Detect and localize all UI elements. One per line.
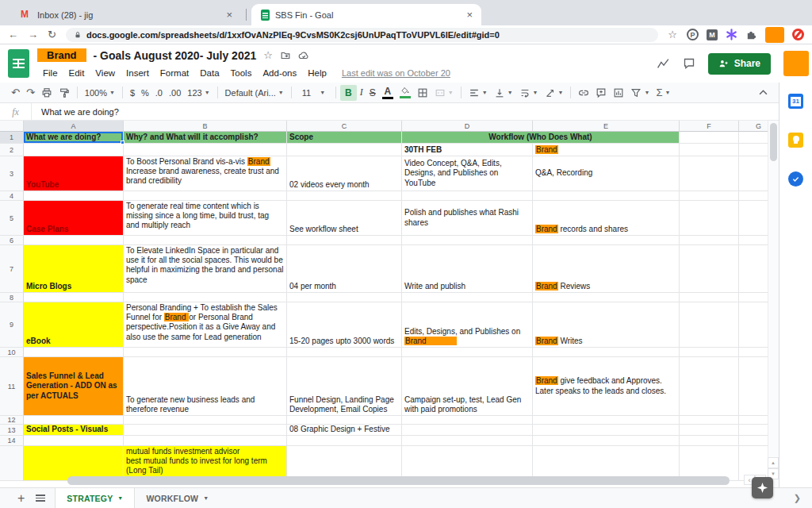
menu-format[interactable]: Format xyxy=(155,67,194,79)
row-header-1[interactable]: 1 xyxy=(0,132,24,144)
cell-A2[interactable] xyxy=(24,144,124,156)
collapse-side-panel-icon[interactable]: ❯ xyxy=(794,493,801,503)
back-icon[interactable]: ← xyxy=(8,29,18,40)
cell-B6[interactable] xyxy=(124,236,287,245)
borders-button[interactable] xyxy=(414,85,431,101)
cell-A12[interactable] xyxy=(24,416,124,425)
cell-E12[interactable] xyxy=(533,416,680,425)
font-size-select[interactable]: 11▼ xyxy=(296,85,331,101)
horizontal-scrollbar-thumb[interactable] xyxy=(67,476,730,485)
cell-C13[interactable]: 08 Graphic Design + Festive xyxy=(287,425,402,436)
strikethrough-button[interactable]: S xyxy=(366,85,379,101)
vertical-scrollbar[interactable] xyxy=(768,121,779,487)
col-header-F[interactable]: F xyxy=(680,121,739,132)
col-header-A[interactable]: A xyxy=(24,121,124,132)
formula-input[interactable]: What we are doing? xyxy=(32,107,119,117)
cell-B5[interactable]: To generate real time content which is m… xyxy=(124,201,287,236)
col-header-D[interactable]: D xyxy=(402,121,533,132)
explore-button[interactable] xyxy=(752,477,773,498)
doc-title[interactable]: - Goals August 2020- July 2021 xyxy=(94,49,257,62)
cell-A1[interactable]: What we are doing? xyxy=(24,132,124,144)
cell-D10[interactable] xyxy=(402,348,533,357)
cell-D4[interactable] xyxy=(402,191,533,201)
horizontal-align-button[interactable]: ▼ xyxy=(465,85,491,101)
text-color-button[interactable]: A xyxy=(379,85,396,101)
insert-chart-button[interactable] xyxy=(610,85,627,101)
browser-menu-icon[interactable] xyxy=(792,29,804,40)
cell-D2[interactable]: 30TH FEB xyxy=(402,144,533,156)
create-filter-button[interactable]: ▼ xyxy=(627,85,653,101)
row-header-14[interactable]: 14 xyxy=(0,436,24,446)
cell-B11[interactable]: To generate new business leads and there… xyxy=(124,357,287,416)
cell-B2[interactable] xyxy=(124,144,287,156)
cell-A13[interactable]: Social Posts - Visuals xyxy=(24,425,124,436)
paint-format-button[interactable] xyxy=(56,85,73,101)
cell-D6[interactable] xyxy=(402,236,533,245)
cell-F7[interactable] xyxy=(680,245,739,293)
cell-D1[interactable]: Workflow (Who Does What) xyxy=(402,132,680,144)
account-avatar[interactable] xyxy=(783,51,809,76)
sheet-tab-workflow[interactable]: WORKFLOW ▼ xyxy=(135,488,220,508)
purple-extension-icon[interactable] xyxy=(726,29,737,40)
more-formats-button[interactable]: 123▼ xyxy=(184,85,213,101)
close-tab-icon[interactable]: × xyxy=(224,9,235,21)
cell-F2[interactable] xyxy=(680,144,739,156)
cell-E5[interactable]: Brand records and shares xyxy=(533,201,680,236)
fill-color-button[interactable] xyxy=(396,85,414,101)
cell-B13[interactable] xyxy=(124,425,287,436)
row-header-11[interactable]: 11 xyxy=(0,357,24,416)
cell-C5[interactable]: See workflow sheet xyxy=(287,201,402,236)
undo-button[interactable]: ↶ xyxy=(8,85,23,101)
cell-E8[interactable] xyxy=(533,293,680,302)
cell-D8[interactable] xyxy=(402,293,533,302)
cell-A9[interactable]: eBook xyxy=(24,302,124,348)
merge-cells-button[interactable]: ▼ xyxy=(431,85,457,101)
cell-E7[interactable]: Brand Reviews xyxy=(533,245,680,293)
cell-B1[interactable]: Why? and What will it accomplish? xyxy=(124,132,287,144)
row-header-15[interactable] xyxy=(0,446,24,481)
cell-F14[interactable] xyxy=(680,436,739,446)
menu-help[interactable]: Help xyxy=(302,67,332,79)
cell-E14[interactable] xyxy=(533,436,680,446)
cell-C4[interactable] xyxy=(287,191,402,201)
cell-A10[interactable] xyxy=(24,348,124,357)
cell-D3[interactable]: Video Concept, Q&A, Edits, Designs, and … xyxy=(402,156,533,191)
cell-C11[interactable]: Funnel Design, Landing Page Development,… xyxy=(287,357,402,416)
share-button[interactable]: Share xyxy=(708,53,771,75)
cell-F9[interactable] xyxy=(680,302,739,348)
menu-edit[interactable]: Edit xyxy=(63,67,90,79)
font-select[interactable]: Default (Ari...▼ xyxy=(222,85,287,101)
cell-C6[interactable] xyxy=(287,236,402,245)
menu-addons[interactable]: Add-ons xyxy=(257,67,302,79)
menu-data[interactable]: Data xyxy=(194,67,224,79)
sheet-tab-strategy[interactable]: STRATEGY ▼ xyxy=(55,488,135,508)
insert-link-button[interactable] xyxy=(575,85,592,101)
cell-F5[interactable] xyxy=(680,201,739,236)
tasks-icon[interactable] xyxy=(788,171,803,187)
cell-F8[interactable] xyxy=(680,293,739,302)
insert-comment-button[interactable] xyxy=(592,85,610,101)
move-to-folder-icon[interactable] xyxy=(280,50,291,61)
vertical-scrollbar-thumb[interactable] xyxy=(770,123,777,161)
cell-C1[interactable]: Scope xyxy=(287,132,402,144)
cell-E3[interactable]: Q&A, Recording xyxy=(533,156,680,191)
text-rotation-button[interactable]: ▼ xyxy=(542,85,567,101)
browser-tab-sheets[interactable]: SBS Fin - Goal × xyxy=(251,4,481,25)
cell-B4[interactable] xyxy=(124,191,287,201)
cell-C2[interactable] xyxy=(287,144,402,156)
cell-B8[interactable] xyxy=(124,293,287,302)
activity-trend-icon[interactable] xyxy=(657,57,670,71)
add-sheet-button[interactable]: + xyxy=(10,491,33,506)
format-currency-button[interactable]: $ xyxy=(127,85,138,101)
cell-E13[interactable] xyxy=(533,425,680,436)
cell-C8[interactable] xyxy=(287,293,402,302)
cell-A3[interactable]: YouTube xyxy=(24,156,124,191)
row-header-5[interactable]: 5 xyxy=(0,201,24,236)
cell-F4[interactable] xyxy=(680,191,739,201)
cell-A5[interactable]: Case Plans xyxy=(24,201,124,236)
menu-tools[interactable]: Tools xyxy=(225,67,258,79)
cell-A7[interactable]: Micro Blogs xyxy=(24,245,124,293)
cell-D11[interactable]: Campaign set-up, test, Lead Gen with pai… xyxy=(402,357,533,416)
col-header-E[interactable]: E xyxy=(533,121,680,132)
cell-F10[interactable] xyxy=(680,348,739,357)
